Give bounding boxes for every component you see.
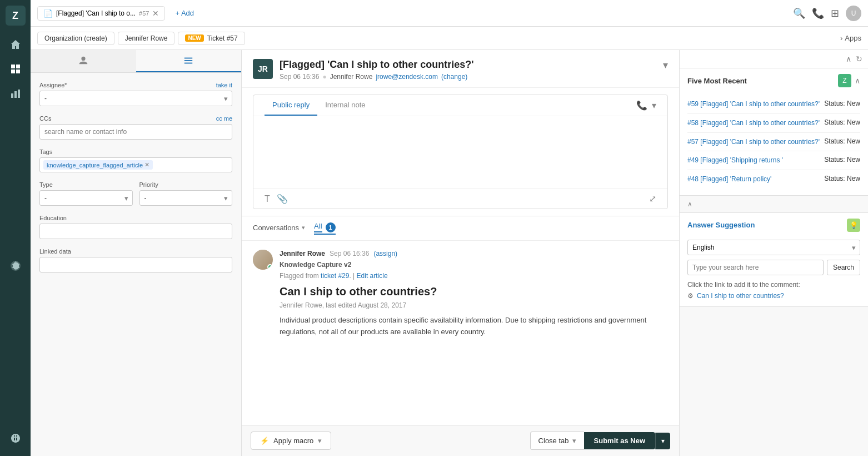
apply-macro-chevron-icon: ▾ (318, 437, 322, 445)
tags-container[interactable]: knowledge_capture_flagged_article ✕ (39, 157, 232, 172)
message-author: Jennifer Rowe (280, 250, 325, 257)
ticket-change-link[interactable]: (change) (441, 73, 467, 81)
type-label-row: Type (39, 181, 133, 188)
answer-suggestion-header[interactable]: Answer Suggestion 💡 (680, 213, 868, 237)
type-select-wrapper: - (39, 190, 133, 206)
user-breadcrumb[interactable]: Jennifer Rowe (118, 32, 175, 45)
ticket-options-btn[interactable]: ▾ (663, 59, 668, 71)
reply-tabs: Public reply Internal note 📞 ▾ (253, 95, 667, 116)
ticket-link[interactable]: ticket #29 (321, 272, 349, 280)
fmr-item-49: #49 [Flagged] 'Shipping returns ' Status… (687, 151, 860, 170)
close-tab-button[interactable]: Close tab ▾ (530, 432, 584, 450)
fmr-link-58[interactable]: #58 [Flagged] 'Can I ship to other count… (687, 118, 820, 128)
svg-rect-1 (16, 65, 20, 68)
tag-value: knowledge_capture_flagged_article (47, 162, 143, 168)
edit-article-link[interactable]: Edit article (357, 272, 388, 280)
add-tab-button[interactable]: + Add (171, 7, 198, 19)
user-avatar[interactable]: U (846, 6, 861, 21)
submit-dropdown-button[interactable]: ▾ (655, 433, 670, 449)
language-select[interactable]: English (687, 240, 860, 255)
fmr-link-48[interactable]: #48 [Flagged] 'Return policy' (687, 175, 820, 184)
org-breadcrumb[interactable]: Organization (create) (37, 32, 114, 45)
nav-settings-icon[interactable] (6, 256, 26, 276)
nav-home-icon[interactable] (6, 34, 26, 54)
conversations-chevron-icon: ▾ (302, 224, 305, 231)
ccs-input[interactable] (39, 124, 232, 140)
tab-close-icon[interactable]: ✕ (152, 9, 159, 17)
answer-search-input[interactable] (687, 260, 824, 275)
ccs-field-group: CCs cc me (39, 115, 232, 140)
article-link-text[interactable]: Can I ship to other countries? (697, 292, 784, 300)
all-tab[interactable]: All (314, 222, 322, 232)
assignee-select[interactable]: - (39, 91, 232, 106)
breadcrumb-bar: Organization (create) Jennifer Rowe NEW … (31, 27, 868, 50)
online-indicator (267, 264, 273, 270)
text-format-icon[interactable]: T (265, 194, 270, 204)
language-select-wrapper: English (687, 240, 860, 255)
conversations-label: Conversations (253, 224, 299, 232)
phone-icon[interactable]: 📞 (812, 7, 824, 19)
take-it-link[interactable]: take it (216, 82, 232, 88)
search-button[interactable]: Search (827, 260, 860, 275)
tag-remove-icon[interactable]: ✕ (144, 161, 149, 168)
nav-chart-icon[interactable] (6, 83, 26, 103)
ticket-email[interactable]: jrowe@zendesk.com (376, 73, 438, 81)
message-assign-link[interactable]: (assign) (373, 250, 397, 257)
fmr-link-49[interactable]: #49 [Flagged] 'Shipping returns ' (687, 156, 820, 165)
apply-macro-button[interactable]: ⚡ Apply macro ▾ (251, 432, 331, 450)
apps-button[interactable]: › Apps (840, 34, 861, 42)
assignee-label: Assignee* (39, 82, 67, 88)
apps-grid-icon[interactable]: ⊞ (831, 7, 839, 19)
attach-icon[interactable]: 📎 (277, 194, 288, 204)
reply-body[interactable] (253, 116, 667, 189)
ticket-avatar: JR (253, 59, 273, 79)
fmr-toggle-icon[interactable]: ∧ (855, 76, 860, 85)
internal-note-tab[interactable]: Internal note (317, 95, 373, 116)
priority-label: Priority (139, 181, 158, 188)
public-reply-tab[interactable]: Public reply (265, 95, 317, 116)
priority-select[interactable]: - (139, 190, 233, 206)
right-panel: ∧ ↻ Five Most Recent Z ∧ #59 [Flagged] '… (679, 50, 868, 456)
submit-button[interactable]: Submit as New (584, 432, 655, 449)
expand-icon[interactable]: ⤢ (649, 194, 656, 204)
ticket-tab[interactable]: 📄 [Flagged] 'Can I ship to o... #57 ✕ (37, 6, 165, 21)
linked-data-input[interactable] (39, 257, 232, 272)
svg-rect-2 (11, 70, 15, 73)
fmr-status-49: Status: New (820, 156, 860, 163)
collapse-icon[interactable]: ∧ (846, 54, 851, 63)
nav-zendesk-icon[interactable] (6, 428, 26, 448)
search-icon[interactable]: 🔍 (793, 7, 805, 19)
article-author: Jennifer Rowe, last edited August 28, 20… (280, 301, 668, 309)
nav-grid-icon[interactable] (6, 59, 26, 79)
education-input[interactable] (39, 224, 232, 239)
refresh-icon[interactable]: ↻ (856, 54, 862, 63)
reply-toolbar: T 📎 ⤢ (253, 189, 667, 209)
answer-suggestion-collapse[interactable]: ∧ (680, 196, 868, 213)
ticket-author[interactable]: Jennifer Rowe (330, 73, 373, 81)
answer-suggestion-body: English Search Click the link to add it … (680, 237, 868, 306)
svg-rect-6 (18, 90, 20, 98)
cc-me-link[interactable]: cc me (216, 115, 232, 122)
phone-reply-icon[interactable]: 📞 (636, 100, 647, 111)
ticket-breadcrumb[interactable]: NEW Ticket #57 (178, 32, 245, 45)
conversations-section: Conversations ▾ All 1 (242, 216, 679, 354)
new-tag: NEW (185, 34, 203, 42)
tags-field-group: Tags knowledge_capture_flagged_article ✕ (39, 148, 232, 172)
breadcrumb-right: › Apps (840, 34, 861, 42)
article-suggestion-link[interactable]: ⚙ Can I ship to other countries? (687, 292, 860, 300)
conversations-tab[interactable]: Conversations ▾ (253, 224, 305, 233)
left-tab-user[interactable] (31, 50, 136, 72)
type-label: Type (39, 181, 53, 188)
svg-rect-0 (11, 65, 15, 68)
five-most-recent-header[interactable]: Five Most Recent Z ∧ (680, 68, 868, 93)
type-select[interactable]: - (39, 190, 133, 206)
education-label-row: Education (39, 215, 232, 221)
type-field-group: Type - (39, 181, 133, 206)
ticket-main: JR [Flagged] 'Can I ship to other countr… (242, 50, 679, 456)
kc-label: Knowledge Capture v2 (280, 261, 668, 269)
left-tab-properties[interactable] (136, 50, 242, 72)
reply-chevron-icon[interactable]: ▾ (652, 100, 656, 111)
fmr-link-59[interactable]: #59 [Flagged] 'Can I ship to other count… (687, 100, 820, 109)
main-area: 📄 [Flagged] 'Can I ship to o... #57 ✕ + … (31, 0, 868, 456)
fmr-link-57[interactable]: #57 [Flagged] 'Can I ship to other count… (687, 137, 820, 147)
